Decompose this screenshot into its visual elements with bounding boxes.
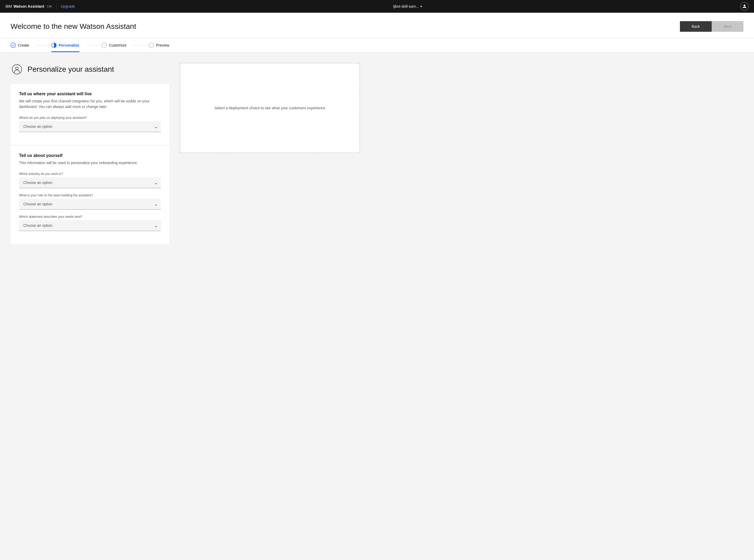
half-circle-icon [51, 43, 57, 48]
workspace-chevron-icon: ▾ [421, 4, 422, 8]
role-form-group: What is your role on the team building t… [19, 194, 161, 209]
topnav-right-area [740, 2, 749, 11]
topnav-divider [56, 3, 57, 9]
left-panel: Personalize your assistant Tell us where… [11, 63, 169, 245]
industry-select-wrapper[interactable]: Choose an option ⌄ [19, 177, 161, 188]
role-select[interactable]: Choose an option [19, 199, 161, 209]
live-section: Tell us where your assistant will live W… [11, 84, 169, 145]
main-content: Personalize your assistant Tell us where… [0, 53, 370, 255]
svg-point-5 [16, 67, 18, 69]
section-header: Personalize your assistant [11, 63, 169, 76]
next-button[interactable]: Next [712, 21, 743, 32]
industry-form-group: Which industry do you work in? Choose an… [19, 172, 161, 188]
statement-select[interactable]: Choose an option [19, 220, 161, 231]
lite-badge: Lite [47, 4, 52, 8]
statement-select-wrapper[interactable]: Choose an option ⌄ [19, 220, 161, 231]
personalize-icon [11, 63, 23, 76]
deploy-select[interactable]: Choose an option [19, 121, 161, 132]
step-preview[interactable]: Preview [149, 38, 176, 52]
user-avatar-button[interactable] [740, 2, 749, 11]
header-buttons: Back Next [680, 21, 743, 32]
workspace-name: tjbot-skill-sam... ▾ [393, 4, 422, 8]
industry-label: Which industry do you work in? [19, 172, 161, 176]
step-personalize-icon [51, 43, 57, 48]
person-circle-icon [12, 64, 22, 75]
step-create[interactable]: Create [11, 38, 36, 52]
live-section-desc: We will create your first channel integr… [19, 98, 161, 109]
top-navigation: IBM Watson Assistant Lite Upgrade tjbot-… [0, 0, 754, 13]
about-section-desc: This information will be used to persona… [19, 160, 161, 166]
industry-select[interactable]: Choose an option [19, 177, 161, 188]
empty-circle-dashed-icon [149, 43, 154, 48]
topnav-brand-area: IBM Watson Assistant Lite Upgrade [5, 3, 75, 9]
watson-label: Watson Assistant [14, 4, 44, 8]
back-button[interactable]: Back [680, 21, 712, 32]
role-select-wrapper[interactable]: Choose an option ⌄ [19, 199, 161, 209]
step-create-icon [11, 43, 16, 48]
progress-steps: Create Personalize Customize [0, 38, 754, 53]
statement-label: Which statement describes your needs bes… [19, 215, 161, 219]
preview-box: Select a deployment choice to see what y… [180, 63, 360, 153]
step-personalize[interactable]: Personalize [51, 38, 86, 52]
page-title: Welcome to the new Watson Assistant [11, 22, 136, 31]
about-section: Tell us about yourself This information … [11, 146, 169, 244]
svg-point-4 [12, 64, 22, 74]
ibm-label: IBM [5, 4, 12, 8]
about-section-title: Tell us about yourself [19, 153, 161, 158]
role-label: What is your role on the team building t… [19, 194, 161, 197]
step-customize-icon [102, 43, 107, 48]
svg-point-3 [149, 43, 154, 48]
page-header: Welcome to the new Watson Assistant Back… [0, 13, 754, 38]
step-preview-label: Preview [156, 43, 169, 47]
topnav-workspace-area[interactable]: tjbot-skill-sam... ▾ [393, 4, 422, 8]
step-customize-label: Customize [109, 43, 126, 47]
step-customize[interactable]: Customize [102, 38, 133, 52]
deploy-form-group: Where do you plan on deploying your assi… [19, 116, 161, 132]
svg-point-2 [102, 43, 107, 48]
deploy-select-wrapper[interactable]: Choose an option ⌄ [19, 121, 161, 132]
steps-row: Create Personalize Customize [11, 38, 743, 52]
empty-circle-icon [102, 43, 107, 48]
live-section-title: Tell us where your assistant will live [19, 92, 161, 96]
step-personalize-label: Personalize [59, 43, 79, 47]
checkmark-circle-icon [11, 43, 16, 48]
upgrade-link[interactable]: Upgrade [61, 4, 75, 8]
svg-point-0 [11, 43, 16, 48]
brand-logo: IBM Watson Assistant Lite [5, 4, 52, 8]
user-icon [742, 4, 747, 9]
section-title: Personalize your assistant [27, 65, 114, 74]
step-create-label: Create [18, 43, 29, 47]
statement-form-group: Which statement describes your needs bes… [19, 215, 161, 231]
deploy-label: Where do you plan on deploying your assi… [19, 116, 161, 120]
right-panel: Select a deployment choice to see what y… [180, 63, 360, 245]
preview-placeholder: Select a deployment choice to see what y… [215, 106, 325, 110]
step-preview-icon [149, 43, 154, 48]
